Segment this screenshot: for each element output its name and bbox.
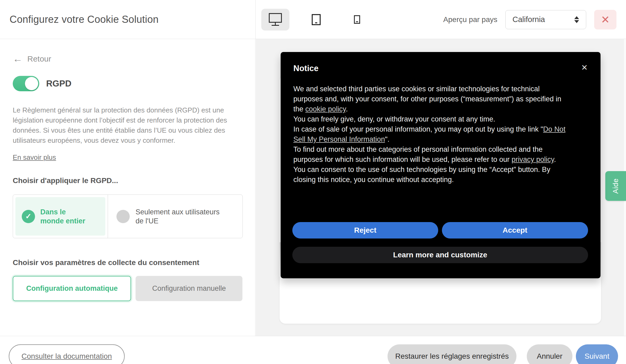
gdpr-scope-options: ✓ Dans le monde entier Seulement aux uti… <box>13 194 243 238</box>
footer-bar: Consulter la documentation Restaurer les… <box>0 336 626 364</box>
apply-gdpr-heading: Choisir d'appliquer le RGPD... <box>13 176 242 185</box>
toggle-knob <box>25 77 38 90</box>
back-label: Retour <box>27 54 51 63</box>
gdpr-toggle[interactable] <box>13 76 39 91</box>
back-link[interactable]: ← Retour <box>13 54 51 64</box>
learn-more-link[interactable]: En savoir plus <box>13 153 56 162</box>
country-select[interactable]: California <box>505 10 586 29</box>
manual-configuration-button[interactable]: Configuration manuelle <box>136 276 242 301</box>
help-tab-label: Aide <box>612 178 620 194</box>
notice-link[interactable]: privacy policy <box>511 155 554 163</box>
cookie-notice: Notice ✕ We and selected third parties u… <box>281 52 601 278</box>
option-worldwide[interactable]: ✓ Dans le monde entier <box>13 195 108 238</box>
header-controls: Aperçu par pays California ✕ <box>443 0 616 39</box>
notice-body: We and selected third parties use cookie… <box>293 84 567 185</box>
notice-header: Notice ✕ <box>293 64 588 73</box>
reject-button[interactable]: Reject <box>292 222 438 239</box>
help-tab[interactable]: Aide <box>605 171 626 201</box>
header: Configurez votre Cookie Solution <box>0 0 626 39</box>
device-desktop-button[interactable] <box>261 9 289 31</box>
radio-circle-icon <box>116 210 130 223</box>
select-arrows-icon <box>574 16 579 23</box>
device-mobile-button[interactable] <box>343 9 371 31</box>
notice-link[interactable]: cookie policy <box>305 105 346 113</box>
gdpr-description: Le Règlement général sur la protection d… <box>13 105 238 145</box>
consult-documentation-button[interactable]: Consulter la documentation <box>9 344 125 364</box>
auto-configuration-button[interactable]: Configuration automatique <box>13 276 131 301</box>
option-worldwide-inner: ✓ Dans le monde entier <box>15 197 105 236</box>
header-divider <box>255 0 256 39</box>
check-circle-icon: ✓ <box>22 210 35 223</box>
accept-button[interactable]: Accept <box>442 222 588 239</box>
device-preview-switcher <box>261 0 371 39</box>
gdpr-toggle-row: RGPD <box>13 76 242 91</box>
learn-more-customize-button[interactable]: Learn more and customize <box>292 247 588 263</box>
gdpr-toggle-label: RGPD <box>46 79 71 89</box>
consent-config-options: Configuration automatique Configuration … <box>13 276 242 301</box>
device-tablet-button[interactable] <box>302 9 330 31</box>
cookie-solution-configurator: Configurez votre Cookie Solution <box>0 0 626 364</box>
notice-close-icon[interactable]: ✕ <box>581 64 588 72</box>
close-configurator-button[interactable]: ✕ <box>594 10 616 29</box>
tablet-icon <box>312 14 321 25</box>
consult-documentation-label: Consulter la documentation <box>21 352 112 361</box>
back-arrow-icon: ← <box>13 54 23 64</box>
notice-title: Notice <box>293 64 319 73</box>
option-eu-only-label: Seulement aux utilisateurs de l'UE <box>136 207 226 226</box>
restore-settings-button[interactable]: Restaurer les réglages enregistrés <box>388 344 516 364</box>
option-worldwide-label: Dans le monde entier <box>40 207 88 226</box>
next-button[interactable]: Suivant <box>576 344 618 364</box>
option-eu-only[interactable]: Seulement aux utilisateurs de l'UE <box>108 195 242 238</box>
cancel-button[interactable]: Annuler <box>527 344 572 364</box>
footer-actions: Restaurer les réglages enregistrés Annul… <box>388 344 618 364</box>
page-title: Configurez votre Cookie Solution <box>10 0 159 39</box>
mobile-icon <box>354 15 360 24</box>
preview-area: Notice ✕ We and selected third parties u… <box>256 39 626 336</box>
country-select-value: California <box>512 15 545 24</box>
desktop-icon <box>267 13 284 27</box>
settings-panel: ← Retour RGPD Le Règlement général sur l… <box>0 39 255 336</box>
close-icon: ✕ <box>601 14 610 25</box>
preview-by-country-label: Aperçu par pays <box>443 15 497 24</box>
consent-settings-heading: Choisir vos paramètres de collecte du co… <box>13 258 242 267</box>
